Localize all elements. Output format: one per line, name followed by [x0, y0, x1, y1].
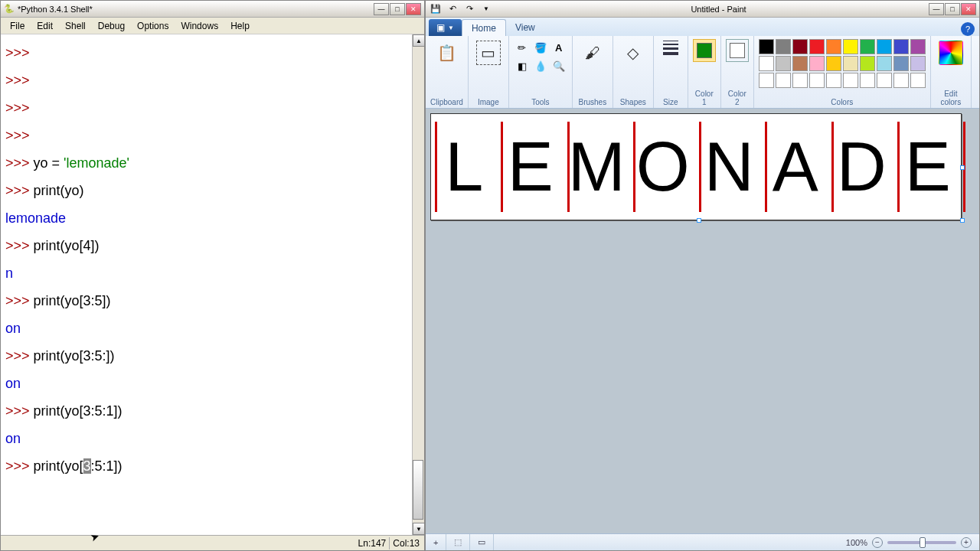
python-statusbar: Ln: 147 Col: 13	[1, 535, 424, 550]
palette-color[interactable]	[826, 56, 841, 71]
menu-file[interactable]: File	[4, 19, 31, 33]
brushes-button[interactable]: 🖌	[577, 39, 608, 67]
palette-color[interactable]	[776, 56, 791, 71]
palette-color[interactable]	[776, 73, 791, 88]
palette-color[interactable]	[877, 73, 892, 88]
group-label-color2: Color 2	[728, 90, 746, 106]
size-button[interactable]	[658, 39, 683, 57]
palette-color[interactable]	[843, 56, 858, 71]
qat-undo-icon[interactable]: ↶	[446, 2, 459, 16]
ribbon-help-icon[interactable]: ?	[961, 22, 975, 36]
fill-tool-icon[interactable]: 🪣	[532, 39, 549, 56]
palette-color[interactable]	[893, 39, 909, 54]
menu-edit[interactable]: Edit	[31, 19, 59, 33]
color-palette	[759, 39, 926, 88]
paint-minimize-button[interactable]: —	[929, 3, 944, 15]
palette-color[interactable]	[792, 73, 808, 88]
tab-home[interactable]: Home	[462, 19, 506, 36]
palette-color[interactable]	[826, 73, 841, 88]
palette-color[interactable]	[809, 73, 825, 88]
vertical-scrollbar[interactable]: ▲ ▼	[412, 34, 424, 535]
zoom-slider[interactable]	[887, 541, 956, 544]
color2-slot[interactable]	[726, 39, 749, 62]
menu-options[interactable]: Options	[131, 19, 175, 33]
palette-color[interactable]	[776, 39, 791, 54]
palette-color[interactable]	[910, 73, 926, 88]
canvas[interactable]: LEMONADE	[430, 113, 962, 220]
palette-color[interactable]	[843, 39, 858, 54]
palette-color[interactable]	[893, 73, 909, 88]
palette-color[interactable]	[877, 56, 892, 71]
clipboard-icon: 📋	[434, 41, 459, 65]
color1-slot[interactable]	[693, 39, 716, 62]
select-button[interactable]: ▭	[473, 39, 504, 67]
select-icon: ▭	[476, 41, 501, 65]
shell-text[interactable]: >>> >>> >>> >>> >>> yo = 'lemonade'>>> p…	[1, 34, 412, 535]
qat-dropdown-icon[interactable]: ▼	[479, 2, 493, 16]
scroll-down-button[interactable]: ▼	[413, 523, 424, 535]
shapes-button[interactable]: ◇	[618, 39, 648, 67]
edit-colors-button[interactable]	[936, 39, 966, 67]
palette-color[interactable]	[759, 39, 774, 54]
palette-color[interactable]	[809, 56, 825, 71]
qat-redo-icon[interactable]: ↷	[462, 2, 476, 16]
minimize-button[interactable]: —	[374, 3, 389, 15]
group-color2: Color 2	[721, 36, 754, 108]
palette-color[interactable]	[843, 73, 858, 88]
palette-color[interactable]	[893, 56, 909, 71]
color1-swatch	[697, 43, 712, 58]
resize-handle-corner[interactable]	[960, 218, 965, 223]
palette-color[interactable]	[860, 73, 875, 88]
picker-tool-icon[interactable]: 💧	[532, 57, 549, 74]
tab-view[interactable]: View	[506, 19, 544, 36]
palette-color[interactable]	[792, 56, 808, 71]
group-label-tools: Tools	[531, 98, 549, 106]
palette-color[interactable]	[910, 56, 926, 71]
eraser-tool-icon[interactable]: ◧	[514, 57, 531, 74]
group-size: Size	[654, 36, 688, 108]
palette-color[interactable]	[759, 73, 774, 88]
palette-color[interactable]	[877, 39, 892, 54]
resize-handle-bottom[interactable]	[697, 218, 701, 223]
status-canvas-size: ▭	[470, 534, 494, 550]
python-titlebar[interactable]: 🐍 *Python 3.4.1 Shell* — □ ✕	[1, 1, 424, 18]
magnifier-tool-icon[interactable]: 🔍	[550, 57, 567, 74]
paint-window: 💾 ↶ ↷ ▼ Untitled - Paint — □ ✕ ▣▼ Home V…	[425, 0, 980, 551]
palette-color[interactable]	[809, 39, 825, 54]
zoom-slider-knob[interactable]	[920, 537, 926, 548]
resize-handle-right[interactable]	[960, 165, 965, 170]
palette-color[interactable]	[860, 56, 875, 71]
menu-debug[interactable]: Debug	[92, 19, 131, 33]
clipboard-button[interactable]: 📋	[431, 39, 462, 67]
python-menubar: File Edit Shell Debug Options Windows He…	[1, 18, 424, 34]
zoom-out-button[interactable]: −	[872, 537, 883, 548]
paint-statusbar: + ⬚ ▭ 100% − +	[426, 533, 979, 550]
crosshair-icon: +	[433, 538, 438, 547]
maximize-button[interactable]: □	[390, 3, 405, 15]
group-tools: ✏ 🪣 A ◧ 💧 🔍 Tools	[509, 36, 573, 108]
pencil-tool-icon[interactable]: ✏	[514, 39, 531, 56]
palette-color[interactable]	[826, 39, 841, 54]
selection-size-icon: ⬚	[454, 537, 462, 547]
paint-maximize-button[interactable]: □	[945, 3, 960, 15]
quick-access-toolbar: 💾 ↶ ↷ ▼	[429, 2, 493, 16]
close-button[interactable]: ✕	[406, 3, 421, 15]
palette-color[interactable]	[792, 39, 808, 54]
zoom-in-button[interactable]: +	[961, 537, 972, 548]
group-label-edit-colors: Edit colors	[940, 90, 961, 106]
menu-windows[interactable]: Windows	[175, 19, 224, 33]
paint-close-button[interactable]: ✕	[961, 3, 976, 15]
python-title: *Python 3.4.1 Shell*	[18, 5, 374, 14]
palette-color[interactable]	[759, 56, 774, 71]
paint-titlebar[interactable]: 💾 ↶ ↷ ▼ Untitled - Paint — □ ✕	[426, 1, 979, 18]
qat-save-icon[interactable]: 💾	[429, 2, 443, 16]
scroll-up-button[interactable]: ▲	[413, 34, 424, 47]
scroll-thumb[interactable]	[413, 460, 423, 520]
text-tool-icon[interactable]: A	[550, 39, 567, 56]
canvas-area[interactable]: LEMONADE	[426, 109, 979, 533]
palette-color[interactable]	[860, 39, 875, 54]
palette-color[interactable]	[910, 39, 926, 54]
menu-help[interactable]: Help	[224, 19, 256, 33]
ribbon-file-button[interactable]: ▣▼	[429, 19, 462, 36]
menu-shell[interactable]: Shell	[59, 19, 92, 33]
